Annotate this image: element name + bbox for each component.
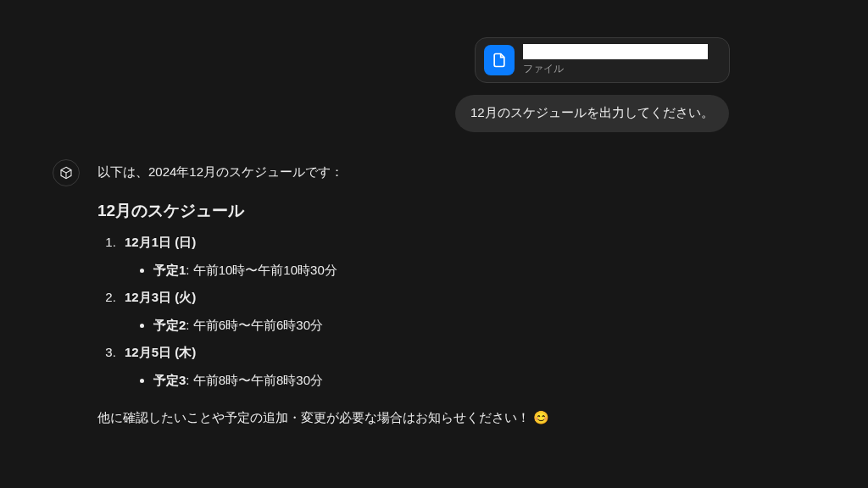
event-time: : 午前10時〜午前10時30分 [186, 263, 337, 277]
schedule-date: 12月3日 (火) [125, 290, 196, 304]
assistant-avatar-icon [53, 159, 80, 186]
event-item: 予定2: 午前6時〜午前6時30分 [153, 316, 759, 336]
schedule-item: 12月1日 (日) 予定1: 午前10時〜午前10時30分 [120, 233, 759, 280]
smile-emoji-icon: 😊 [533, 408, 549, 428]
attachment-type-label: ファイル [523, 61, 708, 76]
attachment-meta: ファイル [523, 44, 708, 76]
event-label: 予定3 [153, 373, 186, 387]
event-label: 予定2 [153, 318, 186, 332]
assistant-outro-body: 他に確認したいことや予定の追加・変更が必要な場合はお知らせください！ [97, 410, 533, 424]
event-time: : 午前8時〜午前8時30分 [186, 373, 323, 387]
user-message-bubble[interactable]: 12月のスケジュールを出力してください。 [455, 95, 729, 132]
event-item: 予定1: 午前10時〜午前10時30分 [153, 261, 759, 280]
chat-viewport: ファイル 12月のスケジュールを出力してください。 以下は、2024年12月のス… [0, 0, 868, 488]
schedule-item: 12月3日 (火) 予定2: 午前6時〜午前6時30分 [120, 288, 759, 335]
schedule-date: 12月1日 (日) [125, 235, 196, 249]
schedule-heading: 12月のスケジュール [97, 199, 759, 224]
assistant-message: 以下は、2024年12月のスケジュールです： 12月のスケジュール 12月1日 … [97, 161, 759, 441]
attachment-card[interactable]: ファイル [475, 37, 730, 83]
event-label: 予定1 [153, 263, 186, 277]
event-list: 予定1: 午前10時〜午前10時30分 [125, 261, 759, 280]
schedule-list: 12月1日 (日) 予定1: 午前10時〜午前10時30分 12月3日 (火) … [101, 233, 759, 390]
schedule-item: 12月5日 (木) 予定3: 午前8時〜午前8時30分 [120, 343, 759, 390]
assistant-outro-text: 他に確認したいことや予定の追加・変更が必要な場合はお知らせください！ 😊 [97, 408, 759, 428]
event-list: 予定2: 午前6時〜午前6時30分 [125, 316, 759, 336]
attachment-filename-redacted [523, 44, 708, 59]
event-time: : 午前6時〜午前6時30分 [186, 318, 323, 332]
schedule-date: 12月5日 (木) [125, 345, 196, 359]
document-icon [484, 45, 515, 75]
user-message-text: 12月のスケジュールを出力してください。 [470, 105, 714, 119]
event-list: 予定3: 午前8時〜午前8時30分 [125, 371, 759, 391]
event-item: 予定3: 午前8時〜午前8時30分 [153, 371, 759, 391]
assistant-intro-text: 以下は、2024年12月のスケジュールです： [97, 163, 759, 182]
